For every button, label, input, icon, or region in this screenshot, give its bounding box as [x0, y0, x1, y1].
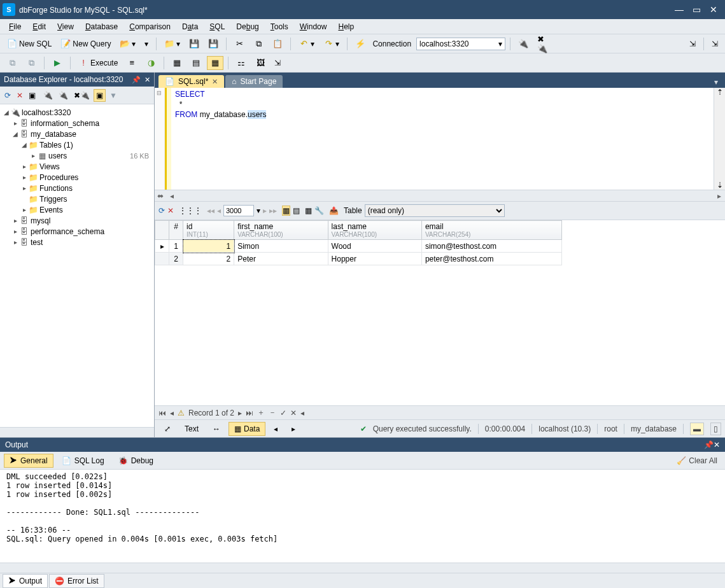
db-performance-schema[interactable]: performance_schema — [31, 227, 153, 236]
col-last-name[interactable]: last_nameVARCHAR(100) — [328, 221, 421, 240]
nav-commit-button[interactable]: ✓ — [280, 409, 286, 417]
folder-views[interactable]: Views — [39, 162, 153, 171]
start-debug-button[interactable]: ▶ — [49, 56, 66, 70]
next-page-button[interactable]: ▸ — [263, 206, 267, 215]
undo-button[interactable]: ↶▾ — [295, 37, 318, 51]
menu-view[interactable]: View — [52, 21, 79, 32]
refresh-button[interactable]: ⟳ — [3, 90, 13, 101]
new-connection-button[interactable]: 🔌 — [41, 90, 55, 101]
nav-add-button[interactable]: ＋ — [257, 407, 265, 418]
editor-hscroll[interactable]: ⬌◂▸ — [155, 190, 725, 201]
open-button[interactable]: 📁▾ — [161, 37, 183, 51]
filter-button[interactable]: ▼ — [108, 90, 119, 101]
grid-view-button[interactable]: ▦ — [282, 206, 290, 216]
first-page-button[interactable]: ◂◂ — [207, 206, 215, 215]
conn-props-button[interactable]: 🔌 — [57, 90, 70, 101]
menu-data[interactable]: Data — [177, 21, 203, 32]
paste-button[interactable]: 📋 — [269, 37, 286, 51]
menu-database[interactable]: Database — [80, 21, 123, 32]
copy-button[interactable]: ⧉ — [250, 37, 267, 51]
connection-node[interactable]: localhost:3320 — [22, 108, 153, 117]
execute-current-button[interactable]: ≡ — [123, 56, 140, 70]
show-all-button[interactable]: ▣ — [94, 89, 106, 102]
sql-code[interactable]: SELECT * FROM my_database.users — [171, 88, 714, 190]
query-grid-button[interactable]: ▦ — [207, 56, 223, 70]
bottom-tab-error-list[interactable]: ⛔Error List — [49, 574, 104, 588]
compile-button[interactable]: ⧉ — [4, 56, 20, 70]
menu-help[interactable]: Help — [333, 21, 359, 32]
bottom-tab-output[interactable]: ⮞Output — [3, 574, 48, 588]
menu-debug[interactable]: Debug — [231, 21, 264, 32]
nav-delete-button[interactable]: － — [269, 407, 276, 418]
export-button[interactable]: 📤 — [329, 206, 339, 215]
new-sql-button[interactable]: 📄New SQL — [4, 37, 55, 51]
output-tab-debug[interactable]: 🐞Debug — [113, 454, 159, 468]
popout-button[interactable]: ⤢ — [158, 422, 176, 436]
delete-button[interactable]: ✕ — [15, 90, 25, 101]
menu-window[interactable]: Window — [295, 21, 332, 32]
page-dropdown[interactable]: ▾ — [257, 206, 260, 215]
output-hscroll[interactable] — [0, 563, 725, 573]
col-first-name[interactable]: first_nameVARCHAR(100) — [234, 221, 328, 240]
text-view-button[interactable]: Text — [179, 422, 204, 436]
redo-button[interactable]: ↷▾ — [320, 37, 342, 51]
close-tab-button[interactable]: ✕ — [212, 78, 218, 86]
menu-file[interactable]: File — [4, 21, 26, 32]
layout-button-b[interactable]: ▯ — [710, 423, 721, 435]
other-view-2[interactable]: 🖼 — [252, 56, 269, 70]
card-view-button[interactable]: ▤ — [293, 206, 300, 215]
menu-tools[interactable]: Tools — [265, 21, 293, 32]
cut-button[interactable]: ✂ — [231, 37, 248, 51]
save-button[interactable]: 💾 — [186, 37, 202, 51]
cancel-grid-button[interactable]: ✕ — [167, 206, 174, 215]
col-email[interactable]: emailVARCHAR(254) — [421, 221, 561, 240]
sql-editor[interactable]: ⊟ SELECT * FROM my_database.users ⇡⇣ — [155, 88, 725, 190]
panel-pin-button[interactable]: 📌 — [132, 76, 141, 84]
nav-next-button[interactable]: ▸ — [238, 409, 242, 417]
connect-button[interactable]: 🔌 — [515, 37, 531, 51]
swap-button[interactable]: ↔ — [207, 422, 226, 436]
query-text-button[interactable]: ▤ — [188, 56, 204, 70]
next-result-button[interactable]: ▸ — [286, 422, 301, 436]
query-builder-button[interactable]: ▦ — [169, 56, 185, 70]
compile-all-button[interactable]: ⧉ — [23, 56, 39, 70]
collapse-button[interactable]: ▣ — [27, 90, 38, 101]
other-view-1[interactable]: ⚏ — [233, 56, 250, 70]
minimize-button[interactable]: — — [675, 4, 684, 15]
database-tree[interactable]: ◢🔌localhost:3320 ▸🗄information_schema ◢🗄… — [0, 104, 154, 427]
editor-button-b[interactable]: 🔧 — [314, 206, 324, 215]
maximize-button[interactable]: ▭ — [693, 4, 701, 15]
prev-page-button[interactable]: ◂ — [217, 206, 221, 215]
col-id[interactable]: idINT(11) — [183, 221, 234, 240]
editor-vscroll[interactable]: ⇡⇣ — [714, 88, 725, 190]
folder-tables[interactable]: Tables (1) — [39, 141, 153, 150]
menu-edit[interactable]: Edit — [27, 21, 51, 32]
overflow-right-1[interactable]: ⇲ — [686, 38, 699, 50]
db-my-database[interactable]: my_database — [31, 130, 153, 139]
nav-prev-edit-button[interactable]: ◂ — [300, 409, 304, 417]
sidebar-hscroll[interactable] — [0, 427, 154, 437]
open-dropdown[interactable]: 📂▾ — [116, 37, 139, 51]
table-row[interactable]: ▸ 1 1 Simon Wood simon@testhost.com — [155, 240, 562, 253]
new-dropdown[interactable]: ▾ — [141, 38, 151, 50]
overflow-toolbar2[interactable]: ⇲ — [271, 57, 284, 69]
panel-close-button[interactable]: ✕ — [144, 76, 150, 84]
save-all-button[interactable]: 💾 — [205, 37, 222, 51]
result-grid[interactable]: # idINT(11) first_nameVARCHAR(100) last_… — [155, 220, 725, 405]
output-tab-sqllog[interactable]: 📄SQL Log — [56, 454, 110, 468]
clear-all-button[interactable]: 🧹Clear All — [673, 455, 721, 466]
table-row[interactable]: 2 2 Peter Hopper peter@testhost.com — [155, 253, 562, 265]
data-view-button[interactable]: ▦Data — [229, 422, 265, 436]
connection-combo[interactable]: localhost:3320▾ — [416, 38, 505, 50]
folder-events[interactable]: Events — [39, 206, 153, 214]
last-page-button[interactable]: ▸▸ — [269, 206, 277, 215]
connection-icon[interactable]: ⚡ — [352, 37, 369, 51]
layout-button-a[interactable]: ▬ — [690, 423, 704, 435]
folder-functions[interactable]: Functions — [39, 184, 153, 193]
tab-sql[interactable]: 📄SQL.sql*✕ — [158, 75, 224, 88]
stop-button[interactable]: ◑ — [143, 56, 159, 70]
tab-overflow-button[interactable]: ▾ — [711, 76, 721, 88]
prev-result-button[interactable]: ◂ — [268, 422, 283, 436]
nav-first-button[interactable]: ⏮ — [158, 409, 166, 417]
menu-comparison[interactable]: Comparison — [124, 21, 176, 32]
